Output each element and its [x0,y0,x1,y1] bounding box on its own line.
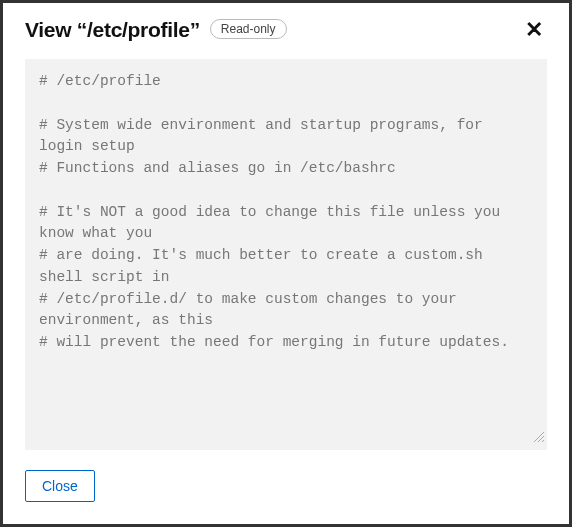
readonly-badge: Read-only [210,19,287,39]
title-prefix: View [25,18,71,41]
close-button[interactable]: Close [25,470,95,502]
dialog-header: View “/etc/profile” Read-only ✕ [3,3,569,49]
file-content-panel [3,49,569,452]
title-path: “/etc/profile” [77,18,200,41]
dialog-title: View “/etc/profile” [25,18,200,42]
file-content-textarea[interactable] [25,59,547,450]
dialog-footer: Close [3,452,569,524]
close-icon[interactable]: ✕ [521,17,547,43]
